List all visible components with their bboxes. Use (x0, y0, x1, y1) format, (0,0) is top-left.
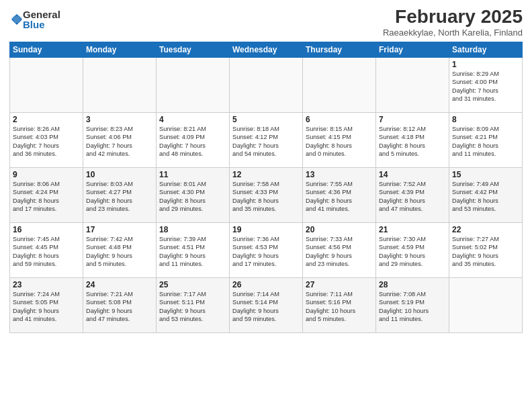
day-info: Sunrise: 8:23 AM Sunset: 4:06 PM Dayligh… (86, 125, 153, 158)
logo-icon (11, 13, 23, 26)
day-info: Sunrise: 7:45 AM Sunset: 4:45 PM Dayligh… (13, 235, 80, 269)
header-saturday: Saturday (449, 42, 523, 57)
day-number: 22 (452, 225, 519, 234)
day-info: Sunrise: 7:24 AM Sunset: 5:05 PM Dayligh… (13, 290, 80, 324)
week-row-5: 23Sunrise: 7:24 AM Sunset: 5:05 PM Dayli… (10, 277, 523, 332)
calendar-cell: 22Sunrise: 7:27 AM Sunset: 5:02 PM Dayli… (449, 222, 523, 277)
day-info: Sunrise: 7:21 AM Sunset: 5:08 PM Dayligh… (86, 290, 153, 324)
day-info: Sunrise: 8:15 AM Sunset: 4:15 PM Dayligh… (306, 125, 373, 158)
day-info: Sunrise: 7:36 AM Sunset: 4:53 PM Dayligh… (232, 235, 300, 269)
calendar-cell (376, 57, 449, 112)
calendar-body: 1Sunrise: 8:29 AM Sunset: 4:00 PM Daylig… (10, 57, 523, 332)
day-info: Sunrise: 8:29 AM Sunset: 4:00 PM Dayligh… (452, 70, 519, 103)
day-info: Sunrise: 8:06 AM Sunset: 4:24 PM Dayligh… (13, 180, 80, 214)
calendar: SundayMondayTuesdayWednesdayThursdayFrid… (9, 42, 523, 333)
day-number: 6 (306, 115, 373, 124)
day-info: Sunrise: 7:55 AM Sunset: 4:36 PM Dayligh… (306, 180, 373, 214)
logo-general: General (23, 9, 60, 19)
day-number: 4 (159, 115, 226, 124)
calendar-cell: 8Sunrise: 8:09 AM Sunset: 4:21 PM Daylig… (449, 112, 523, 167)
calendar-cell (449, 277, 523, 332)
calendar-cell: 20Sunrise: 7:33 AM Sunset: 4:56 PM Dayli… (303, 222, 376, 277)
calendar-cell: 26Sunrise: 7:14 AM Sunset: 5:14 PM Dayli… (230, 277, 303, 332)
calendar-cell: 27Sunrise: 7:11 AM Sunset: 5:16 PM Dayli… (303, 277, 376, 332)
calendar-cell: 1Sunrise: 8:29 AM Sunset: 4:00 PM Daylig… (449, 57, 523, 112)
day-number: 10 (86, 170, 153, 179)
week-row-2: 2Sunrise: 8:26 AM Sunset: 4:03 PM Daylig… (10, 112, 523, 167)
calendar-cell: 6Sunrise: 8:15 AM Sunset: 4:15 PM Daylig… (303, 112, 376, 167)
calendar-header: SundayMondayTuesdayWednesdayThursdayFrid… (10, 42, 523, 57)
calendar-cell: 18Sunrise: 7:39 AM Sunset: 4:51 PM Dayli… (157, 222, 230, 277)
calendar-cell: 11Sunrise: 8:01 AM Sunset: 4:30 PM Dayli… (157, 167, 230, 222)
header-wednesday: Wednesday (230, 42, 303, 57)
week-row-3: 9Sunrise: 8:06 AM Sunset: 4:24 PM Daylig… (10, 167, 523, 222)
header-monday: Monday (83, 42, 157, 57)
week-row-4: 16Sunrise: 7:45 AM Sunset: 4:45 PM Dayli… (10, 222, 523, 277)
day-number: 28 (379, 280, 446, 289)
day-number: 20 (306, 225, 373, 234)
calendar-cell: 19Sunrise: 7:36 AM Sunset: 4:53 PM Dayli… (230, 222, 303, 277)
calendar-cell: 28Sunrise: 7:08 AM Sunset: 5:19 PM Dayli… (376, 277, 449, 332)
day-info: Sunrise: 7:11 AM Sunset: 5:16 PM Dayligh… (306, 290, 373, 324)
day-info: Sunrise: 7:58 AM Sunset: 4:33 PM Dayligh… (232, 180, 300, 214)
calendar-cell (303, 57, 376, 112)
day-info: Sunrise: 7:08 AM Sunset: 5:19 PM Dayligh… (379, 290, 446, 324)
day-info: Sunrise: 7:42 AM Sunset: 4:48 PM Dayligh… (86, 235, 153, 269)
day-info: Sunrise: 8:18 AM Sunset: 4:12 PM Dayligh… (232, 125, 300, 158)
day-info: Sunrise: 7:27 AM Sunset: 5:02 PM Dayligh… (452, 235, 519, 269)
day-number: 18 (159, 225, 226, 234)
header-tuesday: Tuesday (157, 42, 230, 57)
logo-text: General Blue (23, 9, 60, 30)
day-number: 15 (452, 170, 519, 179)
day-number: 21 (379, 225, 446, 234)
calendar-cell: 12Sunrise: 7:58 AM Sunset: 4:33 PM Dayli… (230, 167, 303, 222)
day-number: 9 (13, 170, 80, 179)
day-number: 7 (379, 115, 446, 124)
title-block: February 2025 Raeaekkylae, North Karelia… (383, 7, 523, 38)
page: General Blue February 2025 Raeaekkylae, … (0, 0, 532, 411)
day-info: Sunrise: 7:30 AM Sunset: 4:59 PM Dayligh… (379, 235, 446, 269)
day-number: 12 (232, 170, 300, 179)
header-friday: Friday (376, 42, 449, 57)
header-row: SundayMondayTuesdayWednesdayThursdayFrid… (10, 42, 523, 57)
calendar-cell: 23Sunrise: 7:24 AM Sunset: 5:05 PM Dayli… (10, 277, 83, 332)
day-number: 13 (306, 170, 373, 179)
day-number: 19 (232, 225, 300, 234)
calendar-cell: 21Sunrise: 7:30 AM Sunset: 4:59 PM Dayli… (376, 222, 449, 277)
day-info: Sunrise: 8:03 AM Sunset: 4:27 PM Dayligh… (86, 180, 153, 214)
day-info: Sunrise: 7:14 AM Sunset: 5:14 PM Dayligh… (232, 290, 300, 324)
day-number: 11 (159, 170, 226, 179)
calendar-cell: 14Sunrise: 7:52 AM Sunset: 4:39 PM Dayli… (376, 167, 449, 222)
logo: General Blue (9, 9, 60, 30)
day-number: 17 (86, 225, 153, 234)
day-info: Sunrise: 7:49 AM Sunset: 4:42 PM Dayligh… (452, 180, 519, 214)
day-info: Sunrise: 8:21 AM Sunset: 4:09 PM Dayligh… (159, 125, 226, 158)
day-number: 14 (379, 170, 446, 179)
calendar-cell (157, 57, 230, 112)
day-info: Sunrise: 8:26 AM Sunset: 4:03 PM Dayligh… (13, 125, 80, 158)
logo-blue: Blue (23, 19, 60, 30)
day-info: Sunrise: 8:09 AM Sunset: 4:21 PM Dayligh… (452, 125, 519, 158)
calendar-cell: 25Sunrise: 7:17 AM Sunset: 5:11 PM Dayli… (157, 277, 230, 332)
calendar-cell: 3Sunrise: 8:23 AM Sunset: 4:06 PM Daylig… (83, 112, 157, 167)
day-number: 1 (452, 60, 519, 69)
day-info: Sunrise: 8:12 AM Sunset: 4:18 PM Dayligh… (379, 125, 446, 158)
day-number: 16 (13, 225, 80, 234)
day-number: 25 (159, 280, 226, 289)
calendar-cell: 4Sunrise: 8:21 AM Sunset: 4:09 PM Daylig… (157, 112, 230, 167)
day-number: 23 (13, 280, 80, 289)
day-number: 27 (306, 280, 373, 289)
calendar-cell: 9Sunrise: 8:06 AM Sunset: 4:24 PM Daylig… (10, 167, 83, 222)
calendar-cell (230, 57, 303, 112)
week-row-1: 1Sunrise: 8:29 AM Sunset: 4:00 PM Daylig… (10, 57, 523, 112)
calendar-cell: 15Sunrise: 7:49 AM Sunset: 4:42 PM Dayli… (449, 167, 523, 222)
header: General Blue February 2025 Raeaekkylae, … (9, 7, 523, 38)
month-title: February 2025 (383, 7, 523, 28)
day-number: 2 (13, 115, 80, 124)
day-number: 3 (86, 115, 153, 124)
day-info: Sunrise: 7:52 AM Sunset: 4:39 PM Dayligh… (379, 180, 446, 214)
calendar-cell: 5Sunrise: 8:18 AM Sunset: 4:12 PM Daylig… (230, 112, 303, 167)
calendar-cell: 16Sunrise: 7:45 AM Sunset: 4:45 PM Dayli… (10, 222, 83, 277)
day-number: 5 (232, 115, 300, 124)
day-info: Sunrise: 7:17 AM Sunset: 5:11 PM Dayligh… (159, 290, 226, 324)
